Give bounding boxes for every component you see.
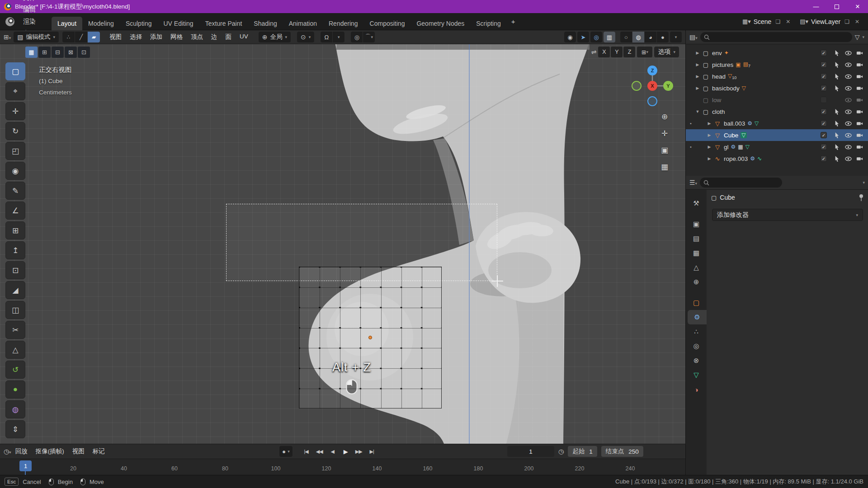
outliner-row-Cube[interactable]: ▶▽Cube▽✓ [686,129,868,141]
frame-start-field[interactable]: 起始 1 [568,446,597,457]
pan-hand-icon[interactable]: ✛ [661,129,668,138]
hide-eye-icon[interactable] [843,155,854,162]
unlink-scene-icon[interactable]: ✕ [784,18,792,26]
show-visibility-dropdown[interactable]: ◉ [564,32,576,42]
outliner-row-cloth[interactable]: ▼▢cloth✓ [686,106,868,117]
workspace-tab-animation[interactable]: Animation [283,17,323,30]
show-overlays-toggle[interactable]: ◎ [590,32,602,42]
camera-visibility-icon[interactable] [854,132,865,139]
remove-viewlayer-icon[interactable]: ✕ [854,18,861,26]
visibility-checkbox[interactable]: ✓ [821,144,827,150]
hide-eye-icon[interactable] [843,97,854,103]
expander-icon[interactable]: ▶ [694,86,701,90]
workspace-tab-compositing[interactable]: Compositing [364,17,411,30]
select-set-intersect[interactable]: ⊡ [78,47,90,58]
selectable-icon[interactable] [831,132,843,139]
loop-cut-tool[interactable]: ◫ [5,301,25,319]
new-scene-icon[interactable]: ❏ [774,18,782,26]
physics-tab[interactable]: ◎ [686,339,707,353]
add-workspace-button[interactable]: + [507,16,520,27]
mode-dropdown[interactable]: ▧ 编辑模式 ▾ [14,32,59,42]
modifiers-tab[interactable]: ⚙ [688,310,707,324]
camera-visibility-icon[interactable] [854,61,865,68]
face-select-mode[interactable]: ▰ [88,32,100,42]
scene-tab[interactable]: △ [686,260,707,275]
camera-visibility-icon[interactable] [854,155,865,162]
zoom-icon[interactable]: ⊕ [661,112,668,122]
shading-solid[interactable]: ◍ [632,32,644,42]
visibility-checkbox[interactable]: ✓ [821,132,827,138]
outliner-row-head[interactable]: ▶▢head▽10✓ [686,70,868,82]
proportional-editing-toggle[interactable]: ◎ [351,32,363,42]
shading-material[interactable]: ◕ [645,32,656,42]
current-frame-field[interactable]: 1 [507,446,554,457]
inset-faces-tool[interactable]: ⊡ [5,261,25,279]
data-tab[interactable]: ▽ [686,368,707,382]
hide-eye-icon[interactable] [843,144,854,150]
mirror-x-toggle[interactable]: X [598,47,610,57]
image-badge[interactable]: ▣ [736,61,741,68]
wrench-badge[interactable]: ⚙ [747,120,752,127]
outliner-row-basicbody[interactable]: ▶▢basicbody▽✓ [686,82,868,94]
outliner-row-env[interactable]: ▶▢env✦✓ [686,47,868,59]
menu-文件[interactable]: 文件 [18,0,41,4]
workspace-tab-modeling[interactable]: Modeling [82,17,120,30]
outliner-row-gl[interactable]: •▶▽gl⚙▦▽✓ [686,141,868,153]
pin-icon[interactable] [859,194,864,202]
minimize-button[interactable]: — [806,0,826,13]
viewport-menu-边[interactable]: 边 [207,31,222,43]
camera-visibility-icon[interactable] [854,73,865,80]
visibility-checkbox[interactable]: ✓ [821,85,827,91]
blender-menu-icon[interactable] [5,17,14,26]
workspace-tab-shading[interactable]: Shading [248,17,283,30]
shrink-fatten-tool[interactable]: ⇕ [5,420,25,438]
expander-icon[interactable]: ▶ [694,51,701,55]
selectable-icon[interactable] [831,155,843,162]
figure-badge[interactable]: ✦ [724,50,729,56]
workspace-tab-texture-paint[interactable]: Texture Paint [199,17,248,30]
hide-eye-icon[interactable] [843,85,854,92]
transform-orientation-dropdown[interactable]: ⊕ 全局 ▾ [259,32,291,42]
meshdata-badge[interactable]: ▽ [745,144,750,150]
viewlayer-tab[interactable]: ▦ [686,246,707,260]
properties-editor-icon[interactable]: ☰▾ [689,179,697,186]
visibility-checkbox[interactable]: ✓ [821,73,827,80]
new-viewlayer-icon[interactable]: ❏ [843,18,851,26]
play-reverse-button[interactable]: ◀ [326,446,339,457]
hide-eye-icon[interactable] [843,132,854,139]
workspace-tab-scripting[interactable]: Scripting [470,17,506,30]
scene-picker[interactable]: ▦▾ Scene ❏ ✕ [740,16,794,27]
mirror-y-toggle[interactable]: Y [611,47,623,57]
workspace-tab-sculpting[interactable]: Sculpting [120,17,158,30]
select-set-subtract[interactable]: ⊟ [52,47,64,58]
visibility-checkbox[interactable]: ✓ [821,61,827,68]
playhead[interactable]: 1 [19,460,32,471]
hide-eye-icon[interactable] [843,50,854,56]
expander-icon[interactable]: ▶ [706,156,713,161]
play-button[interactable]: ▶ [340,446,352,457]
viewport-menu-选择[interactable]: 选择 [126,31,146,43]
workspace-tab-layout[interactable]: Layout [52,17,82,30]
bevel-tool[interactable]: ◢ [5,281,25,299]
visibility-checkbox[interactable]: ✓ [821,108,827,115]
visibility-checkbox[interactable]: ✓ [821,155,827,162]
shading-rendered[interactable]: ● [657,32,669,42]
hide-eye-icon[interactable] [843,73,854,80]
selectable-icon[interactable] [831,85,843,92]
object-tab[interactable]: ▢ [686,296,707,310]
edge-select-mode[interactable]: ╱ [75,32,87,42]
snap-toggle[interactable]: Ω [321,32,332,42]
viewport-menu-网格[interactable]: 网格 [166,31,187,43]
vertex-select-mode[interactable]: ∴ [62,32,75,42]
meshdata-badge[interactable]: ▽ [755,120,759,127]
outliner-row-low[interactable]: ▢low [686,94,868,106]
mirror-z-toggle[interactable]: Z [623,47,635,57]
jump-to-start-button[interactable]: |◀ [300,446,312,457]
transform-tool[interactable]: ◉ [5,162,25,180]
hide-eye-icon[interactable] [843,120,854,127]
snap-settings-dropdown[interactable]: ▾ [333,32,344,42]
pivot-point-dropdown[interactable]: ⊙ ▾ [297,32,314,42]
tool-options-dropdown[interactable]: 选项 ▾ [654,47,679,57]
timeline-menu-回放[interactable]: 回放 [11,446,32,457]
timeline-menu-标记[interactable]: 标记 [89,446,109,457]
